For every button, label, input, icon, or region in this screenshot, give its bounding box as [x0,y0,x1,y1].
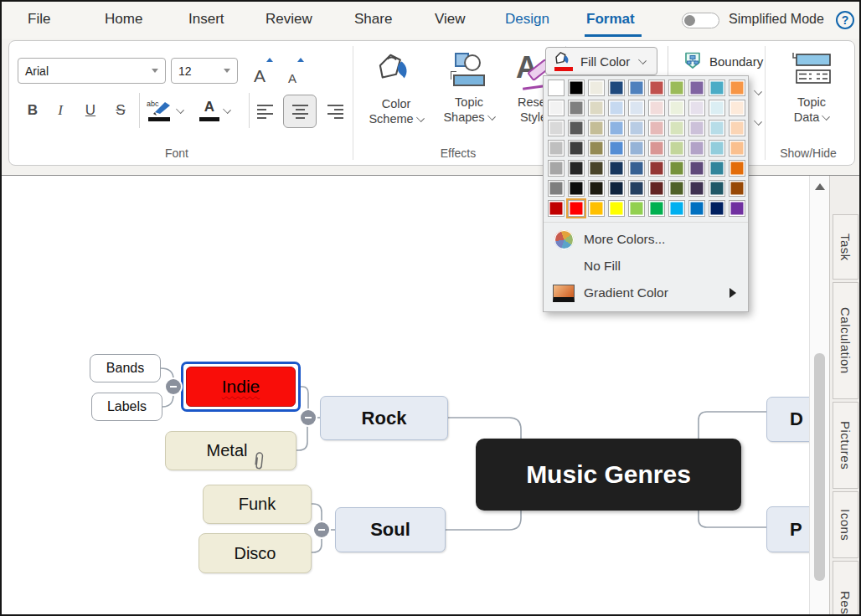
color-swatch[interactable] [688,140,705,157]
color-swatch[interactable] [729,200,745,217]
menu-insert[interactable]: Insert [188,11,224,28]
text-highlight-button[interactable]: abc [147,95,192,126]
color-swatch[interactable] [709,140,725,157]
color-swatch[interactable] [608,100,625,116]
color-swatch[interactable] [729,140,745,157]
color-swatch[interactable] [608,120,625,136]
scrollbar-thumb[interactable] [814,353,825,581]
color-swatch[interactable] [548,80,565,96]
color-swatch[interactable] [709,200,725,217]
simplified-mode-toggle[interactable] [682,13,719,28]
color-swatch[interactable] [668,160,685,177]
color-swatch[interactable] [588,120,605,136]
shrink-font-button[interactable]: A [279,56,306,85]
color-swatch[interactable] [568,100,585,116]
color-swatch[interactable] [648,120,665,136]
color-swatch[interactable] [608,160,625,177]
vertical-scrollbar[interactable] [809,176,829,614]
color-swatch[interactable] [548,120,565,136]
topic-disco[interactable]: Disco [198,533,312,573]
color-swatch[interactable] [588,160,605,177]
color-swatch[interactable] [608,80,625,96]
color-swatch[interactable] [568,120,585,136]
color-swatch[interactable] [628,120,645,136]
chevron-down-icon[interactable] [754,87,762,95]
color-swatch[interactable] [628,200,645,217]
color-swatch[interactable] [668,140,685,157]
color-swatch[interactable] [688,100,705,116]
collapse-toggle-soul[interactable] [314,522,329,537]
more-colors-item[interactable]: More Colors... [544,226,748,253]
color-swatch[interactable] [568,200,585,217]
scroll-up-arrow[interactable] [815,183,825,190]
color-swatch[interactable] [729,120,745,136]
topic-metal[interactable]: Metal [165,431,296,470]
grow-font-button[interactable]: A [245,56,275,85]
topic-funk[interactable]: Funk [203,485,312,524]
color-swatch[interactable] [568,180,585,197]
menu-file[interactable]: File [28,11,50,28]
menu-design[interactable]: Design [505,11,549,28]
topic-music-genres-central[interactable]: Music Genres [476,439,741,511]
color-swatch[interactable] [729,160,745,177]
underline-button[interactable]: U [78,95,103,126]
color-swatch[interactable] [608,200,625,217]
collapse-toggle-rock[interactable] [301,410,316,425]
color-swatch[interactable] [588,100,605,116]
color-swatch[interactable] [628,80,645,96]
align-right-button[interactable] [320,98,347,125]
color-swatch[interactable] [668,200,685,217]
color-swatch[interactable] [568,160,585,177]
color-swatch[interactable] [588,200,605,217]
color-swatch[interactable] [648,140,665,157]
side-tab-research[interactable]: Research [833,561,858,616]
bold-button[interactable]: B [21,95,44,126]
side-tab-icons[interactable]: Icons [833,491,858,558]
color-swatch[interactable] [548,200,565,217]
menu-share[interactable]: Share [354,11,392,28]
color-swatch[interactable] [548,180,565,197]
color-swatch[interactable] [568,140,585,157]
color-swatch[interactable] [688,80,705,96]
color-swatch[interactable] [668,180,685,197]
color-swatch[interactable] [628,140,645,157]
boundary-button[interactable]: Boundary [674,47,768,75]
topic-soul[interactable]: Soul [335,507,446,552]
color-swatch[interactable] [628,180,645,197]
collapse-toggle-indie[interactable] [166,379,181,394]
topic-data-button[interactable]: Topic Data [771,46,852,145]
color-swatch[interactable] [568,80,585,96]
topic-rock[interactable]: Rock [320,396,448,440]
color-swatch[interactable] [688,120,705,136]
color-scheme-button[interactable]: Color Scheme [359,46,433,145]
color-swatch[interactable] [688,180,705,197]
side-tab-pictures[interactable]: Pictures [833,402,858,489]
color-swatch[interactable] [588,140,605,157]
color-swatch[interactable] [709,180,725,197]
color-swatch[interactable] [548,100,565,116]
menu-review[interactable]: Review [266,11,312,28]
color-swatch[interactable] [628,100,645,116]
color-swatch[interactable] [709,80,725,96]
color-swatch[interactable] [668,120,685,136]
color-swatch[interactable] [709,100,725,116]
color-swatch[interactable] [588,80,605,96]
topic-shapes-button[interactable]: Topic Shapes [435,46,503,145]
side-tab-task[interactable]: Task [833,214,858,280]
color-swatch[interactable] [648,180,665,197]
help-icon[interactable]: ? [836,11,854,29]
font-color-button[interactable]: A [198,95,244,126]
align-center-button-selected[interactable] [283,95,317,128]
color-swatch[interactable] [588,180,605,197]
color-swatch[interactable] [729,180,745,197]
side-tab-calculation[interactable]: Calculation [833,282,858,399]
color-swatch[interactable] [688,160,705,177]
color-swatch[interactable] [709,120,725,136]
color-swatch[interactable] [648,80,665,96]
color-swatch[interactable] [709,160,725,177]
strikethrough-button[interactable]: S [108,95,133,126]
fill-color-button[interactable]: Fill Color [545,47,657,75]
menu-view[interactable]: View [435,11,466,28]
color-swatch[interactable] [608,180,625,197]
color-swatch[interactable] [729,100,745,116]
